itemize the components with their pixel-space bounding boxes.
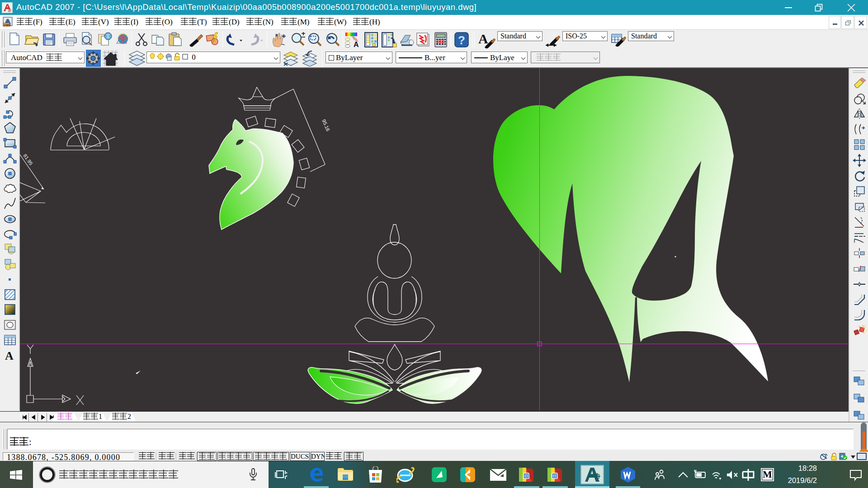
svg-text:DWG: DWG — [4, 23, 11, 27]
svg-text:A: A — [5, 349, 14, 362]
svg-text:?: ? — [458, 33, 465, 47]
svg-text:A: A — [354, 41, 359, 48]
svg-text:A: A — [478, 31, 488, 46]
svg-text:81.95: 81.95 — [22, 153, 34, 166]
svg-text:95.16: 95.16 — [321, 118, 331, 132]
